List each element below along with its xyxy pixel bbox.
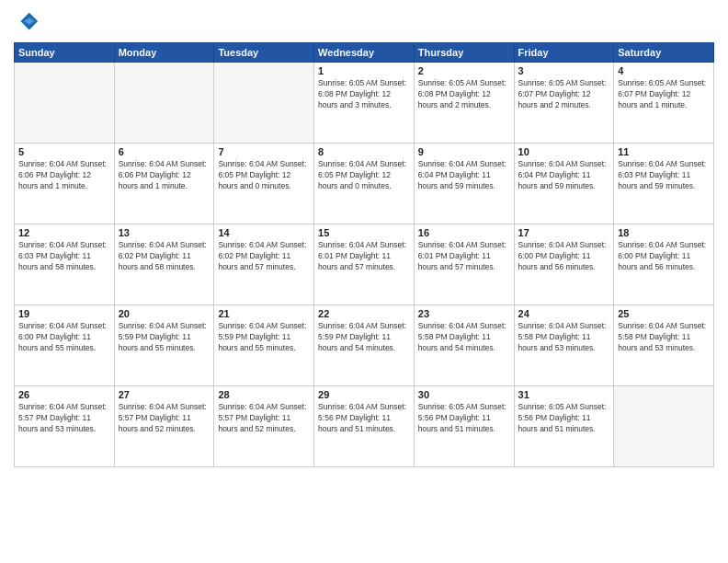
calendar-cell: 24Sunrise: 6:04 AM Sunset: 5:58 PM Dayli…: [514, 305, 614, 386]
day-info: Sunrise: 6:04 AM Sunset: 5:57 PM Dayligh…: [119, 402, 210, 435]
day-number: 18: [618, 227, 710, 238]
calendar-cell: 25Sunrise: 6:04 AM Sunset: 5:58 PM Dayli…: [614, 305, 714, 386]
logo: [14, 9, 43, 35]
weekday-row: SundayMondayTuesdayWednesdayThursdayFrid…: [15, 43, 714, 63]
day-info: Sunrise: 6:04 AM Sunset: 5:58 PM Dayligh…: [518, 321, 610, 354]
calendar-cell: [214, 63, 314, 144]
weekday-header: Friday: [514, 43, 614, 63]
day-info: Sunrise: 6:04 AM Sunset: 5:59 PM Dayligh…: [318, 321, 410, 354]
calendar-cell: 19Sunrise: 6:04 AM Sunset: 6:00 PM Dayli…: [15, 305, 115, 386]
calendar-cell: 11Sunrise: 6:04 AM Sunset: 6:03 PM Dayli…: [614, 144, 714, 224]
day-number: 25: [618, 308, 710, 319]
day-number: 7: [218, 146, 310, 157]
logo-icon: [14, 9, 40, 35]
calendar-cell: 3Sunrise: 6:05 AM Sunset: 6:07 PM Daylig…: [514, 63, 614, 144]
day-info: Sunrise: 6:04 AM Sunset: 5:59 PM Dayligh…: [218, 321, 310, 354]
calendar-cell: 5Sunrise: 6:04 AM Sunset: 6:06 PM Daylig…: [15, 144, 115, 224]
day-info: Sunrise: 6:05 AM Sunset: 6:08 PM Dayligh…: [418, 78, 510, 111]
calendar-week-row: 19Sunrise: 6:04 AM Sunset: 6:00 PM Dayli…: [15, 305, 714, 386]
calendar-cell: 31Sunrise: 6:05 AM Sunset: 5:56 PM Dayli…: [514, 386, 614, 467]
day-number: 5: [18, 146, 110, 157]
day-number: 20: [119, 308, 210, 319]
weekday-header: Wednesday: [314, 43, 415, 63]
day-number: 21: [218, 308, 310, 319]
calendar-cell: 17Sunrise: 6:04 AM Sunset: 6:00 PM Dayli…: [514, 224, 614, 305]
day-number: 15: [318, 227, 410, 238]
calendar: SundayMondayTuesdayWednesdayThursdayFrid…: [14, 42, 714, 467]
day-number: 27: [119, 389, 210, 400]
day-info: Sunrise: 6:05 AM Sunset: 5:56 PM Dayligh…: [518, 402, 610, 435]
day-number: 6: [119, 146, 210, 157]
day-info: Sunrise: 6:04 AM Sunset: 6:06 PM Dayligh…: [119, 159, 210, 192]
weekday-header: Monday: [114, 43, 214, 63]
day-info: Sunrise: 6:04 AM Sunset: 6:05 PM Dayligh…: [218, 159, 310, 192]
calendar-cell: 18Sunrise: 6:04 AM Sunset: 6:00 PM Dayli…: [614, 224, 714, 305]
day-info: Sunrise: 6:04 AM Sunset: 6:00 PM Dayligh…: [18, 321, 110, 354]
day-number: 8: [318, 146, 410, 157]
day-number: 11: [618, 146, 710, 157]
day-info: Sunrise: 6:04 AM Sunset: 6:03 PM Dayligh…: [618, 159, 710, 192]
calendar-week-row: 26Sunrise: 6:04 AM Sunset: 5:57 PM Dayli…: [15, 386, 714, 467]
day-number: 24: [518, 308, 610, 319]
calendar-body: 1Sunrise: 6:05 AM Sunset: 6:08 PM Daylig…: [15, 63, 714, 467]
calendar-cell: 13Sunrise: 6:04 AM Sunset: 6:02 PM Dayli…: [114, 224, 214, 305]
weekday-header: Saturday: [614, 43, 714, 63]
day-info: Sunrise: 6:04 AM Sunset: 6:00 PM Dayligh…: [618, 240, 710, 273]
day-number: 19: [18, 308, 110, 319]
day-number: 13: [119, 227, 210, 238]
calendar-cell: 10Sunrise: 6:04 AM Sunset: 6:04 PM Dayli…: [514, 144, 614, 224]
calendar-cell: 28Sunrise: 6:04 AM Sunset: 5:57 PM Dayli…: [214, 386, 314, 467]
day-info: Sunrise: 6:05 AM Sunset: 5:56 PM Dayligh…: [418, 402, 510, 435]
weekday-header: Thursday: [414, 43, 514, 63]
header: [14, 9, 714, 35]
calendar-cell: 12Sunrise: 6:04 AM Sunset: 6:03 PM Dayli…: [15, 224, 115, 305]
day-number: 26: [18, 389, 110, 400]
calendar-cell: 7Sunrise: 6:04 AM Sunset: 6:05 PM Daylig…: [214, 144, 314, 224]
calendar-cell: 2Sunrise: 6:05 AM Sunset: 6:08 PM Daylig…: [414, 63, 514, 144]
weekday-header: Tuesday: [214, 43, 314, 63]
calendar-week-row: 1Sunrise: 6:05 AM Sunset: 6:08 PM Daylig…: [15, 63, 714, 144]
page: SundayMondayTuesdayWednesdayThursdayFrid…: [0, 0, 728, 563]
day-info: Sunrise: 6:04 AM Sunset: 5:56 PM Dayligh…: [318, 402, 410, 435]
calendar-cell: 15Sunrise: 6:04 AM Sunset: 6:01 PM Dayli…: [314, 224, 415, 305]
calendar-cell: [114, 63, 214, 144]
calendar-cell: 14Sunrise: 6:04 AM Sunset: 6:02 PM Dayli…: [214, 224, 314, 305]
calendar-cell: 22Sunrise: 6:04 AM Sunset: 5:59 PM Dayli…: [314, 305, 415, 386]
day-number: 3: [518, 65, 610, 76]
day-number: 4: [618, 65, 710, 76]
day-info: Sunrise: 6:04 AM Sunset: 6:00 PM Dayligh…: [518, 240, 610, 273]
day-info: Sunrise: 6:04 AM Sunset: 5:58 PM Dayligh…: [418, 321, 510, 354]
calendar-cell: 9Sunrise: 6:04 AM Sunset: 6:04 PM Daylig…: [414, 144, 514, 224]
day-info: Sunrise: 6:04 AM Sunset: 6:06 PM Dayligh…: [18, 159, 110, 192]
day-info: Sunrise: 6:04 AM Sunset: 6:01 PM Dayligh…: [318, 240, 410, 273]
day-info: Sunrise: 6:04 AM Sunset: 6:01 PM Dayligh…: [418, 240, 510, 273]
day-number: 16: [418, 227, 510, 238]
calendar-cell: 27Sunrise: 6:04 AM Sunset: 5:57 PM Dayli…: [114, 386, 214, 467]
day-number: 12: [18, 227, 110, 238]
day-number: 2: [418, 65, 510, 76]
calendar-week-row: 5Sunrise: 6:04 AM Sunset: 6:06 PM Daylig…: [15, 144, 714, 224]
calendar-week-row: 12Sunrise: 6:04 AM Sunset: 6:03 PM Dayli…: [15, 224, 714, 305]
day-info: Sunrise: 6:05 AM Sunset: 6:07 PM Dayligh…: [518, 78, 610, 111]
day-info: Sunrise: 6:04 AM Sunset: 5:57 PM Dayligh…: [218, 402, 310, 435]
day-info: Sunrise: 6:04 AM Sunset: 6:02 PM Dayligh…: [119, 240, 210, 273]
calendar-cell: 26Sunrise: 6:04 AM Sunset: 5:57 PM Dayli…: [15, 386, 115, 467]
calendar-header: SundayMondayTuesdayWednesdayThursdayFrid…: [15, 43, 714, 63]
day-number: 22: [318, 308, 410, 319]
calendar-cell: 30Sunrise: 6:05 AM Sunset: 5:56 PM Dayli…: [414, 386, 514, 467]
day-number: 17: [518, 227, 610, 238]
day-info: Sunrise: 6:04 AM Sunset: 6:03 PM Dayligh…: [18, 240, 110, 273]
calendar-cell: 21Sunrise: 6:04 AM Sunset: 5:59 PM Dayli…: [214, 305, 314, 386]
weekday-header: Sunday: [15, 43, 115, 63]
day-number: 31: [518, 389, 610, 400]
day-number: 29: [318, 389, 410, 400]
day-info: Sunrise: 6:05 AM Sunset: 6:07 PM Dayligh…: [618, 78, 710, 111]
calendar-cell: 16Sunrise: 6:04 AM Sunset: 6:01 PM Dayli…: [414, 224, 514, 305]
day-number: 1: [318, 65, 410, 76]
day-info: Sunrise: 6:04 AM Sunset: 6:05 PM Dayligh…: [318, 159, 410, 192]
day-info: Sunrise: 6:04 AM Sunset: 6:02 PM Dayligh…: [218, 240, 310, 273]
day-number: 30: [418, 389, 510, 400]
day-info: Sunrise: 6:04 AM Sunset: 5:57 PM Dayligh…: [18, 402, 110, 435]
calendar-cell: 8Sunrise: 6:04 AM Sunset: 6:05 PM Daylig…: [314, 144, 415, 224]
day-info: Sunrise: 6:05 AM Sunset: 6:08 PM Dayligh…: [318, 78, 410, 111]
